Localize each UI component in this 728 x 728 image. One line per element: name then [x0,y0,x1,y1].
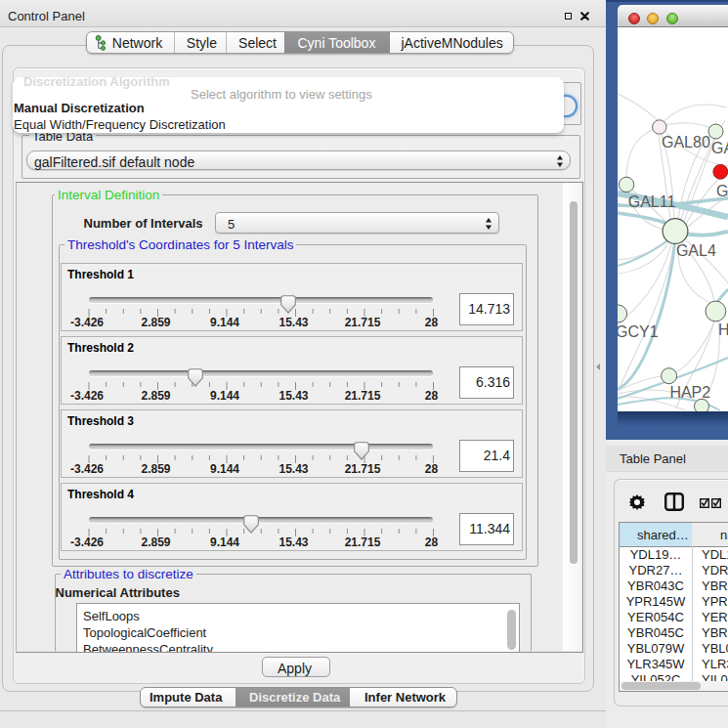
svg-text:G: G [716,183,728,199]
svg-text:GAL4: GAL4 [676,242,716,259]
svg-text:H: H [718,321,728,338]
svg-text:HAP2: HAP2 [669,384,710,401]
svg-text:GCY1: GCY1 [618,323,659,340]
svg-text:GAL11: GAL11 [628,193,676,210]
svg-text:GAL80: GAL80 [662,134,710,150]
svg-text:GA: GA [711,140,728,156]
